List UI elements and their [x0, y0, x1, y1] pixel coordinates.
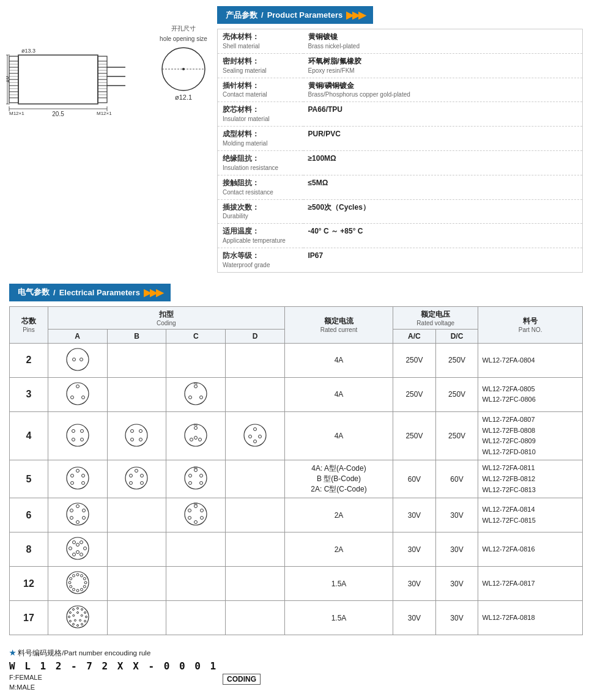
cell-pins: 17 [10, 601, 48, 635]
cell-coding-b [107, 532, 166, 567]
th-pins: 芯数 Pins [10, 306, 48, 343]
svg-point-85 [125, 467, 147, 489]
cell-ac: 250V [393, 377, 436, 411]
params-row: 适用温度： Applicable temperature -40° C ～ +8… [218, 224, 583, 248]
cell-coding-d [226, 460, 285, 498]
cell-current: 2A [284, 498, 393, 532]
cell-coding-b [107, 343, 166, 377]
cell-coding-a [48, 411, 107, 460]
cell-pins: 2 [10, 343, 48, 377]
elec-params-header: 电气参数/Electrical Parameters ▶▶▶ [9, 284, 583, 301]
cell-ac: 30V [393, 498, 436, 532]
table-row: 2 4A 250V 250V WL12-72FA-0804 [10, 343, 583, 377]
cell-partno: WL12-72FA-0817 [478, 567, 583, 601]
params-row: 胶芯材料： Insulator material PA66/TPU [218, 102, 583, 127]
code-legend: F:FEMALE M:MALE [9, 673, 218, 692]
cell-current: 4A [284, 343, 393, 377]
svg-point-46 [67, 348, 89, 370]
cell-dc: 250V [435, 377, 478, 411]
hole-opening-diagram: 开孔尺寸 hole opening size ø12.1 [159, 24, 208, 101]
part-rule-title: ★ 料号编码规格/Part number encouding rule [9, 649, 583, 658]
th-voltage: 额定电压 Rated voltage [393, 306, 478, 329]
svg-point-68 [185, 424, 207, 446]
cell-coding-c: PE [166, 460, 226, 498]
svg-point-98 [67, 503, 89, 525]
table-row: 5 PE 4A: A型(A-Code)B 型(B-Code)2A: C型(C-C… [10, 460, 583, 498]
cell-coding-b [107, 377, 166, 411]
th-dc: D/C [435, 329, 478, 343]
cell-coding-c [166, 601, 226, 635]
svg-point-113 [67, 537, 89, 559]
svg-text:ø13.3: ø13.3 [21, 48, 35, 54]
product-params-en: Product Parameters [267, 10, 343, 20]
hole-dim: ø12.1 [175, 94, 192, 101]
cell-coding-a [48, 532, 107, 567]
table-row: 17 1.5A 30V 30V WL12-72FA-0818 [10, 601, 583, 635]
cell-coding-d [226, 567, 285, 601]
cell-coding-c [166, 567, 226, 601]
th-ac: A/C [393, 329, 436, 343]
svg-point-91 [185, 467, 207, 489]
cell-coding-d [226, 601, 285, 635]
hole-label-en: hole opening size [160, 35, 207, 42]
cell-coding-b [107, 411, 166, 460]
params-table: 壳体材料： Shell material 黄铜镀镍 Brass nickel-p… [217, 29, 583, 273]
elec-params-cn: 电气参数 [18, 287, 50, 298]
cell-ac: 250V [393, 343, 436, 377]
svg-text:20.5: 20.5 [52, 111, 64, 117]
cell-ac: 30V [393, 532, 436, 567]
product-params-cn: 产品参数 [226, 10, 257, 21]
m-label: M:MALE [9, 683, 35, 691]
cell-ac: 30V [393, 601, 436, 635]
cell-current: 1.5A [284, 567, 393, 601]
cell-ac: 30V [393, 567, 436, 601]
cell-partno: WL12-72FA-0805WL12-72FC-0806 [478, 377, 583, 411]
svg-text:PE: PE [194, 381, 198, 385]
th-partno: 料号 Part NO. [478, 306, 583, 343]
cell-coding-c [166, 343, 226, 377]
svg-text:PE: PE [194, 466, 198, 470]
cell-current: 4A [284, 377, 393, 411]
cell-coding-c: PE [166, 498, 226, 532]
cell-coding-b [107, 498, 166, 532]
cell-dc: 30V [435, 532, 478, 567]
cell-coding-d [226, 532, 285, 567]
cell-current: 4A [284, 411, 393, 460]
cell-coding-a [48, 460, 107, 498]
connector-svg: 18 20.5 ø13.3 M12×1 M12×1 [6, 18, 141, 141]
table-row: 6 PE 2A 30V 30V WL12-72FA-0814WL12-72FC-… [10, 498, 583, 532]
svg-text:18: 18 [6, 76, 10, 83]
params-row: 防水等级： Waterproof grade IP67 [218, 248, 583, 273]
elec-params-en: Electrical Parameters [59, 288, 140, 297]
cell-current: 1.5A [284, 601, 393, 635]
cell-coding-a [48, 377, 107, 411]
cell-partno: WL12-72FA-0811WL12-72FB-0812WL12-72FC-08… [478, 460, 583, 498]
svg-point-53 [185, 383, 207, 405]
th-coding-b: B [107, 329, 166, 343]
cell-coding-b [107, 567, 166, 601]
cell-pins: 4 [10, 411, 48, 460]
cell-partno: WL12-72FA-0807WL12-72FB-0808WL12-72FC-08… [478, 411, 583, 460]
cell-ac: 250V [393, 411, 436, 460]
params-row: 接触阻抗： Contact resistance ≤5MΩ [218, 175, 583, 199]
th-current: 额定电流 Rated current [284, 306, 393, 343]
code-chars: W L 1 2 - 7 2 X X - 0 0 0 1 [9, 660, 218, 672]
params-row: 密封材料： Sealing material 环氧树脂/氟橡胶 Epoxy re… [218, 53, 583, 78]
cell-pins: 8 [10, 532, 48, 567]
coding-box: CODING [223, 674, 261, 685]
cell-coding-a [48, 601, 107, 635]
elec-header-arrows: ▶▶▶ [144, 287, 162, 298]
cell-dc: 30V [435, 498, 478, 532]
cell-pins: 12 [10, 567, 48, 601]
cell-coding-d [226, 377, 285, 411]
cell-pins: 6 [10, 498, 48, 532]
table-row: 3 PE 4A 250V 250V WL12-72FA-0805WL12-72F… [10, 377, 583, 411]
cell-coding-c [166, 532, 226, 567]
th-coding-c: C [166, 329, 226, 343]
cell-dc: 60V [435, 460, 478, 498]
svg-point-79 [67, 467, 89, 489]
svg-point-105 [185, 503, 207, 525]
diagram-area: 18 20.5 ø13.3 M12×1 M12×1 开孔尺寸 hol [9, 6, 205, 273]
svg-point-122 [67, 572, 89, 594]
part-rule-code: W L 1 2 - 7 2 X X - 0 0 0 1 F:FEMALE M:M… [9, 660, 583, 692]
